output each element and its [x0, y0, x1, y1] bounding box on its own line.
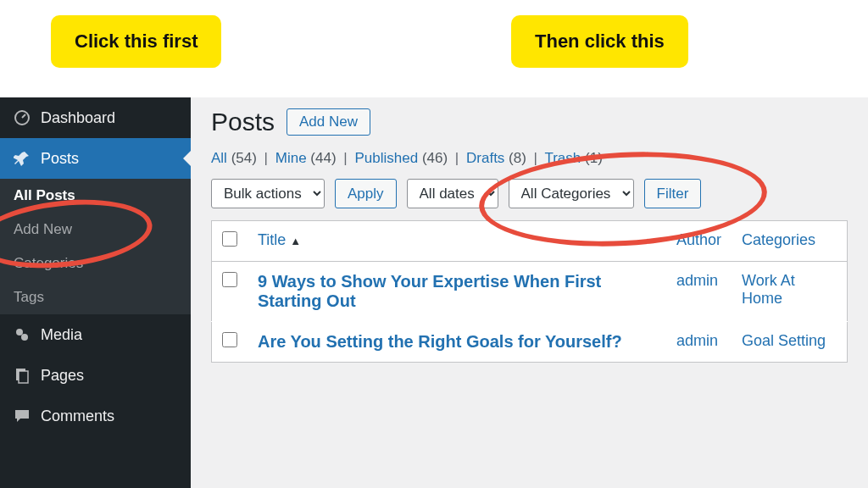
submenu-add-new[interactable]: Add New [0, 213, 191, 247]
filter-published[interactable]: Published [354, 150, 418, 166]
post-title-link[interactable]: Are You Setting the Right Goals for Your… [258, 332, 656, 352]
sidebar-item-media[interactable]: Media [0, 314, 191, 355]
main-content: Posts Add New All (54) | Mine (44) | Pub… [191, 97, 868, 488]
table-row: 9 Ways to Show Your Expertise When First… [212, 262, 848, 322]
post-category-link[interactable]: Work At Home [742, 272, 795, 307]
dates-select[interactable]: All dates [407, 179, 498, 208]
col-categories[interactable]: Categories [732, 221, 848, 262]
post-category-link[interactable]: Goal Setting [742, 332, 826, 349]
filter-trash[interactable]: Trash [544, 150, 581, 166]
post-author-link[interactable]: admin [676, 332, 718, 349]
media-icon [12, 324, 32, 345]
filter-drafts[interactable]: Drafts [466, 150, 504, 166]
sidebar-item-label: Pages [41, 367, 84, 385]
bulk-actions-select[interactable]: Bulk actions [211, 179, 325, 208]
sidebar-item-label: Posts [41, 150, 79, 168]
sidebar-item-label: Media [41, 326, 82, 344]
table-row: Are You Setting the Right Goals for Your… [212, 322, 848, 363]
sidebar-item-label: Dashboard [41, 109, 115, 127]
row-checkbox[interactable] [222, 332, 237, 347]
sidebar-item-posts[interactable]: Posts [0, 138, 191, 179]
filter-all[interactable]: All [211, 150, 227, 166]
posts-table: Title ▲ Author Categories 9 Ways to Show… [211, 220, 848, 363]
add-new-button[interactable]: Add New [287, 108, 370, 136]
annotation-callout-1: Click this first [51, 15, 221, 68]
select-all-checkbox[interactable] [222, 231, 237, 247]
sidebar-item-comments[interactable]: Comments [0, 396, 191, 436]
sidebar-item-label: Comments [41, 408, 114, 425]
filter-button[interactable]: Filter [644, 179, 702, 208]
submenu-categories[interactable]: Categories [0, 247, 191, 280]
col-author[interactable]: Author [666, 221, 732, 262]
submenu-all-posts[interactable]: All Posts [0, 179, 191, 213]
col-title[interactable]: Title ▲ [248, 221, 666, 262]
pages-icon [12, 365, 32, 385]
post-title-link[interactable]: 9 Ways to Show Your Expertise When First… [258, 272, 656, 311]
svg-rect-4 [19, 371, 28, 383]
sort-icon: ▲ [290, 235, 301, 247]
filter-mine[interactable]: Mine [275, 150, 307, 166]
sidebar-item-pages[interactable]: Pages [0, 355, 191, 396]
posts-submenu: All Posts Add New Categories Tags [0, 179, 191, 314]
annotation-callout-2: Then click this [511, 15, 688, 68]
comments-icon [12, 406, 32, 426]
svg-point-2 [21, 334, 28, 341]
dashboard-icon [12, 108, 32, 128]
post-author-link[interactable]: admin [676, 272, 718, 289]
pin-icon [12, 148, 32, 169]
row-checkbox[interactable] [222, 272, 237, 287]
status-filter-links: All (54) | Mine (44) | Published (46) | … [211, 150, 848, 167]
categories-select[interactable]: All Categories [509, 179, 634, 208]
submenu-tags[interactable]: Tags [0, 280, 191, 314]
apply-button[interactable]: Apply [335, 179, 397, 208]
admin-sidebar: Dashboard Posts All Posts Add New Catego… [0, 97, 191, 488]
sidebar-item-dashboard[interactable]: Dashboard [0, 97, 191, 138]
page-title: Posts [211, 108, 275, 136]
svg-point-1 [16, 329, 23, 336]
